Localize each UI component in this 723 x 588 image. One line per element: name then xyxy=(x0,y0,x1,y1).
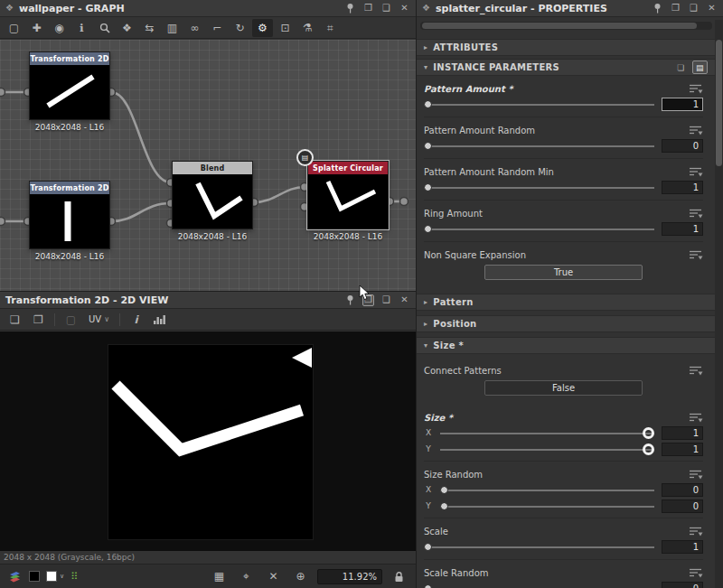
copy-image-icon[interactable]: ❐ xyxy=(28,311,49,329)
node-transformation-2d-top[interactable]: Transformation 2D 2048x2048 - L16 xyxy=(29,51,110,132)
snap-icon[interactable]: ⌖ xyxy=(236,567,257,585)
wrench-tool-icon[interactable]: ⚙ xyxy=(252,19,273,37)
node-blend[interactable]: Blend 2048x2048 - L16 xyxy=(172,161,253,241)
maximize-icon[interactable]: ❑ xyxy=(688,3,700,14)
clear-view-icon[interactable]: ✕ xyxy=(263,567,284,585)
camera-icon[interactable]: ◉ xyxy=(49,19,70,37)
split-links-icon[interactable]: ⇆ xyxy=(139,19,160,37)
histogram-icon[interactable] xyxy=(149,311,170,329)
pin-icon[interactable] xyxy=(344,294,356,306)
foreground-color-white-swatch[interactable] xyxy=(46,571,57,582)
function-icon[interactable] xyxy=(690,413,703,423)
node-splatter-circular[interactable]: ▤ Splatter Circular 2048x2048 - L16 xyxy=(307,161,389,241)
pattern-amount-value[interactable]: 1 xyxy=(662,98,703,111)
grid-toggle-icon[interactable]: ▦ xyxy=(209,567,230,585)
scale-random-slider[interactable] xyxy=(424,583,654,588)
view-2d-canvas[interactable] xyxy=(0,331,416,551)
lock-zoom-icon[interactable] xyxy=(389,567,409,585)
list-view-icon[interactable]: ▤ xyxy=(692,61,708,74)
layout-columns-icon[interactable]: ▥ xyxy=(162,19,183,37)
tiling-preview-icon[interactable]: ⠿ xyxy=(70,571,78,583)
pattern-amount-random-value[interactable]: 0 xyxy=(662,139,703,153)
section-size[interactable]: ▾ Size * xyxy=(417,337,715,354)
background-toggle-icon[interactable]: ▢ xyxy=(61,311,81,329)
properties-vertical-scrollbar[interactable] xyxy=(715,20,723,588)
pattern-amount-random-min-slider[interactable] xyxy=(424,182,654,193)
section-instance-parameters[interactable]: ▾ INSTANCE PARAMETERS ❏ ▤ xyxy=(417,59,715,76)
function-icon[interactable] xyxy=(690,84,703,94)
info-icon[interactable]: ℹ xyxy=(71,19,92,37)
non-square-expansion-toggle[interactable]: True xyxy=(484,265,643,280)
dock-icon[interactable]: ❐ xyxy=(670,3,681,14)
scale-slider[interactable] xyxy=(424,541,654,553)
function-icon[interactable] xyxy=(690,126,703,135)
graph-canvas[interactable]: Transformation 2D 2048x2048 - L16 Transf… xyxy=(0,40,416,291)
slider-handle[interactable] xyxy=(424,183,432,191)
pattern-amount-random-slider[interactable] xyxy=(424,140,654,152)
section-attributes[interactable]: ▸ ATTRIBUTES xyxy=(417,39,715,56)
function-icon[interactable] xyxy=(690,527,703,537)
scrollbar-thumb[interactable] xyxy=(716,40,722,166)
dock-icon[interactable]: ❐ xyxy=(362,3,374,14)
pattern-amount-random-min-value[interactable]: 1 xyxy=(662,181,703,194)
slider-handle[interactable] xyxy=(424,543,432,551)
slider-handle[interactable] xyxy=(440,502,448,510)
function-icon[interactable] xyxy=(690,209,703,219)
size-random-x-value[interactable]: 0 xyxy=(662,483,703,497)
center-view-icon[interactable]: ⊕ xyxy=(290,567,311,585)
function-icon[interactable] xyxy=(690,568,703,578)
save-image-icon[interactable]: ❏ xyxy=(5,311,25,329)
connect-patterns-toggle[interactable]: False xyxy=(484,380,643,396)
move-tool-icon[interactable]: ✚ xyxy=(26,19,47,37)
maximize-icon[interactable]: ❑ xyxy=(380,3,392,14)
function-icon[interactable] xyxy=(690,470,703,480)
size-y-value[interactable]: 1 xyxy=(662,443,703,456)
size-random-y-value[interactable]: 0 xyxy=(662,499,703,513)
maximize-icon[interactable]: ❑ xyxy=(380,294,392,306)
ring-amount-value[interactable]: 1 xyxy=(662,222,703,236)
material-icon[interactable]: ❖ xyxy=(117,19,137,37)
marquee-select-icon[interactable]: ▢ xyxy=(4,19,24,37)
close-icon[interactable]: ✕ xyxy=(399,3,410,14)
comment-icon[interactable]: ❏ xyxy=(673,61,689,74)
scale-random-value[interactable]: 0 xyxy=(662,582,703,588)
pattern-amount-slider[interactable] xyxy=(424,98,654,110)
zoom-level-field[interactable]: 11.92% xyxy=(317,569,382,584)
rotate-icon[interactable]: ↻ xyxy=(230,19,250,37)
scale-value[interactable]: 1 xyxy=(662,540,703,554)
pinned-preview-badge[interactable]: ▤ xyxy=(296,149,314,166)
link-mode-icon[interactable]: ∞ xyxy=(184,19,205,37)
size-random-y-slider[interactable] xyxy=(440,500,654,512)
channels-icon[interactable] xyxy=(6,567,23,585)
size-y-slider[interactable] xyxy=(440,443,654,455)
pin-icon[interactable] xyxy=(344,3,356,14)
ring-amount-slider[interactable] xyxy=(424,223,654,235)
section-pattern[interactable]: ▸ Pattern xyxy=(417,294,715,311)
size-x-value[interactable]: 1 xyxy=(662,426,703,440)
node-transformation-2d-bottom[interactable]: Transformation 2D 2048x2048 - L16 xyxy=(29,181,110,261)
background-color-black-swatch[interactable] xyxy=(29,571,40,582)
slider-handle[interactable] xyxy=(424,225,432,233)
function-icon[interactable] xyxy=(690,250,703,260)
slider-handle[interactable] xyxy=(643,443,654,455)
slider-handle[interactable] xyxy=(440,486,448,494)
size-x-slider[interactable] xyxy=(440,427,654,439)
slider-handle[interactable] xyxy=(424,584,432,588)
preview-node-icon[interactable]: ⊡ xyxy=(275,19,296,37)
section-position[interactable]: ▸ Position xyxy=(417,315,715,332)
slider-handle[interactable] xyxy=(643,427,654,439)
properties-horizontal-scrollbar[interactable] xyxy=(420,22,712,30)
scrollbar-thumb[interactable] xyxy=(422,23,697,29)
uv-mode-dropdown[interactable]: UV ∨ xyxy=(84,311,114,329)
close-icon[interactable]: ✕ xyxy=(399,294,410,306)
information-icon[interactable]: i xyxy=(126,311,146,329)
size-random-x-slider[interactable] xyxy=(440,484,654,496)
chevron-down-icon[interactable]: ∨ xyxy=(60,573,64,580)
search-icon[interactable] xyxy=(94,19,115,37)
close-icon[interactable]: ✕ xyxy=(706,3,718,14)
frame-all-icon[interactable]: ⌗ xyxy=(320,19,341,37)
function-icon[interactable] xyxy=(690,167,703,177)
slider-handle[interactable] xyxy=(424,100,432,108)
function-icon[interactable] xyxy=(690,366,703,376)
bake-icon[interactable]: ⚗ xyxy=(297,19,318,37)
